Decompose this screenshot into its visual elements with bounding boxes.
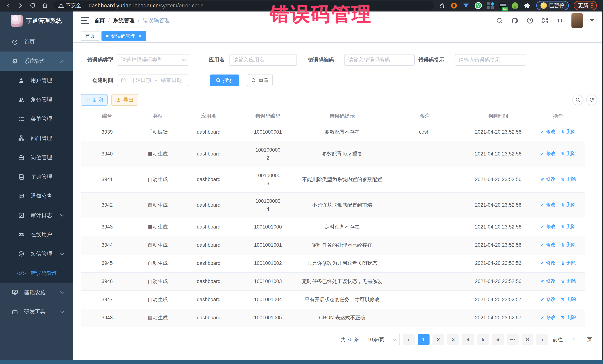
font-size-icon[interactable]: tT <box>556 16 564 25</box>
sidebar-item-dashboard[interactable]: 首页 <box>0 32 73 52</box>
sidebar-item-user[interactable]: 用户管理 <box>0 71 73 90</box>
extension-blue-pin-icon[interactable] <box>462 2 470 9</box>
delete-link[interactable]: 删除 <box>560 201 576 209</box>
sidebar-item-code[interactable]: </>错误码管理 <box>0 264 73 283</box>
sidebar-item-menu-list[interactable]: 菜单管理 <box>0 109 73 129</box>
extensions-puzzle-icon[interactable] <box>524 2 531 9</box>
delete-link[interactable]: 删除 <box>560 175 576 183</box>
cell-actions: 修改删除 <box>531 254 585 272</box>
app-name-input[interactable] <box>229 54 297 66</box>
extension-green-key-icon[interactable] <box>511 2 519 9</box>
extension-list-on-icon[interactable]: on <box>499 2 507 9</box>
export-button[interactable]: 导出 <box>111 94 138 106</box>
error-code-input[interactable] <box>344 54 415 66</box>
create-time-range-picker[interactable]: 开始日期 - 结束日期 <box>117 75 189 86</box>
profile-paused-badge[interactable]: 已暂停 <box>536 1 569 10</box>
show-search-circle-button[interactable] <box>572 95 583 105</box>
bookmark-star-icon[interactable] <box>439 2 445 9</box>
edit-link[interactable]: 修改 <box>540 241 556 249</box>
edit-link[interactable]: 修改 <box>540 259 556 267</box>
delete-link[interactable]: 删除 <box>560 128 576 136</box>
page-button-4[interactable]: 4 <box>462 334 474 345</box>
page-size-select[interactable]: 10条/页 <box>364 334 400 345</box>
search-icon[interactable] <box>495 16 504 25</box>
edit-link[interactable]: 修改 <box>540 295 556 303</box>
cell-id: 3939 <box>81 123 134 141</box>
sidebar-item-audit-log[interactable]: 审计日志 <box>0 206 73 225</box>
sidebar-item-infrastructure[interactable]: 基础设施 <box>0 283 73 302</box>
sidebar-item-sms[interactable]: 短信管理 <box>0 244 73 264</box>
browser-back-icon[interactable] <box>4 1 12 10</box>
delete-link[interactable]: 删除 <box>560 150 576 157</box>
more-pages-button[interactable]: ••• <box>507 334 519 345</box>
cell-error-code: 1001001003 <box>235 272 300 291</box>
sidebar-toggle-hamburger-icon[interactable] <box>81 17 89 24</box>
browser-update-button[interactable]: 更新 <box>574 1 597 10</box>
cell-actions: 修改删除 <box>531 291 585 309</box>
edit-link[interactable]: 修改 <box>540 128 556 136</box>
breadcrumb-system[interactable]: 系统管理 <box>113 17 135 24</box>
page-button-2[interactable]: 2 <box>432 334 444 345</box>
delete-link[interactable]: 删除 <box>560 241 576 249</box>
delete-link[interactable]: 删除 <box>560 277 576 285</box>
tab-close-icon[interactable]: × <box>139 33 141 39</box>
sidebar-item-gear[interactable]: 系统管理 <box>0 52 73 71</box>
tab-home[interactable]: 首页 <box>81 31 99 41</box>
extension-orange-ring-icon[interactable] <box>450 2 458 9</box>
sidebar-item-users[interactable]: 角色管理 <box>0 90 73 109</box>
help-icon[interactable] <box>526 16 534 25</box>
delete-link[interactable]: 删除 <box>560 259 576 267</box>
edit-link[interactable]: 修改 <box>540 277 556 285</box>
error-type-select[interactable]: 请选择错误码类型 <box>117 54 189 66</box>
delete-link[interactable]: 删除 <box>560 314 576 321</box>
sidebar-item-announcement[interactable]: 通知公告 <box>0 187 73 206</box>
add-button[interactable]: 新增 <box>81 94 108 106</box>
browser-forward-icon[interactable] <box>16 1 24 10</box>
filter-label-error-type: 错误码类型 <box>84 54 113 66</box>
sidebar-logo-row[interactable]: 芋道管理系统 <box>0 11 73 30</box>
sidebar-item-online-users[interactable]: 在线用户 <box>0 225 73 244</box>
cell-app: dashboard <box>182 272 235 291</box>
edit-link[interactable]: 修改 <box>540 201 556 209</box>
search-button[interactable]: 搜索 <box>210 75 239 86</box>
page-button-6[interactable]: 6 <box>492 334 504 345</box>
browser-home-icon[interactable] <box>41 1 49 10</box>
next-page-button[interactable]: › <box>536 334 548 345</box>
cell-message: 参数配置不存在 <box>300 123 384 141</box>
extension-grid-icon[interactable] <box>487 2 494 9</box>
avatar[interactable] <box>571 13 583 28</box>
address-bar[interactable]: 不安全 dashboard.yudao.iocoder.cn /system/e… <box>53 1 434 10</box>
browser-menu-kebab-icon[interactable] <box>591 3 593 9</box>
goto-page-input[interactable]: 1 <box>566 334 582 345</box>
fullscreen-icon[interactable] <box>541 16 549 25</box>
cell-type: 自动生成 <box>134 254 182 272</box>
github-icon[interactable] <box>510 16 519 25</box>
cell-actions: 修改删除 <box>531 309 585 327</box>
page-button-1[interactable]: 1 <box>418 334 429 345</box>
sidebar-item-org-tree[interactable]: 部门管理 <box>0 129 73 148</box>
cell-id: 3942 <box>81 192 134 218</box>
edit-link[interactable]: 修改 <box>540 175 556 183</box>
edit-link[interactable]: 修改 <box>540 223 556 231</box>
breadcrumb-home[interactable]: 首页 <box>94 17 105 24</box>
sidebar-item-devtools[interactable]: 研发工具 <box>0 302 73 321</box>
cell-id: 3948 <box>81 309 134 327</box>
refresh-circle-button[interactable] <box>586 95 597 105</box>
browser-reload-icon[interactable] <box>29 1 37 10</box>
delete-link[interactable]: 删除 <box>560 295 576 303</box>
edit-link[interactable]: 修改 <box>540 314 556 321</box>
page-button-8[interactable]: 8 <box>522 334 533 345</box>
delete-link[interactable]: 删除 <box>560 223 576 231</box>
page-button-5[interactable]: 5 <box>477 334 489 345</box>
reset-button[interactable]: 重置 <box>247 75 273 86</box>
security-label[interactable]: 不安全 <box>66 2 81 9</box>
page-button-3[interactable]: 3 <box>447 334 459 345</box>
extension-green-v-icon[interactable]: V <box>475 2 482 9</box>
prev-page-button[interactable]: ‹ <box>403 334 415 345</box>
error-hint-input[interactable] <box>454 54 526 66</box>
edit-link[interactable]: 修改 <box>540 150 556 157</box>
sidebar-item-post-badge[interactable]: 岗位管理 <box>0 148 73 167</box>
tab-error-code[interactable]: 错误码管理 × <box>102 31 146 41</box>
avatar-caret-down-icon[interactable] <box>590 19 594 24</box>
sidebar-item-dictionary[interactable]: 字典管理 <box>0 167 73 187</box>
